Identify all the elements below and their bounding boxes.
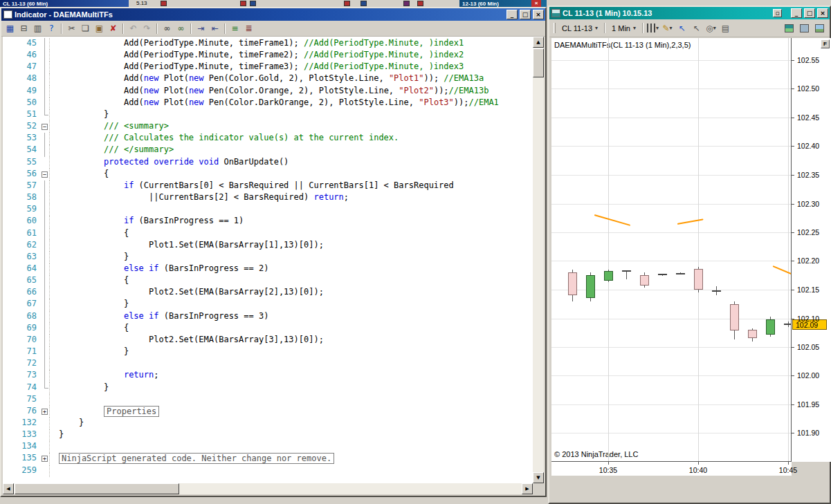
vertical-scrollbar[interactable]: ▲ ▼ (533, 37, 544, 483)
image-icon[interactable] (813, 22, 826, 35)
chevron-down-icon: ▾ (656, 25, 659, 31)
chart-style-icon[interactable] (783, 22, 796, 35)
price-tick (792, 433, 794, 433)
code-line: 64 else if (BarsInProgress == 2) (3, 263, 533, 275)
price-axis[interactable]: F 102.09 102.55102.50102.45102.40102.351… (792, 38, 831, 462)
editor-minimize-button[interactable]: _ (506, 10, 518, 19)
chart-window-icon (551, 9, 560, 17)
outdent-icon[interactable]: ⇤ (208, 22, 221, 35)
chart-window-title: CL 11-13 (1 Min) 10.15.13 (563, 9, 771, 17)
time-label: 10:45 (773, 466, 803, 474)
editor-close-button[interactable]: × (533, 10, 544, 19)
snapshot-icon[interactable] (798, 22, 811, 35)
fold-margin (40, 287, 50, 299)
interval-dropdown[interactable]: 1 Min ▾ (608, 23, 639, 34)
time-axis[interactable]: 10:3510:4010:45 (551, 462, 792, 476)
find-icon[interactable]: ∞ (161, 22, 174, 35)
horizontal-scrollbar[interactable]: ◀ ▶ (3, 483, 533, 494)
cursor-add-icon[interactable]: ↖ (675, 22, 688, 35)
chart-pin-button[interactable]: ▫ (773, 9, 782, 17)
scroll-up-button[interactable]: ▲ (533, 37, 544, 48)
editor-maximize-button[interactable]: □ (520, 10, 531, 19)
toolbar-grip[interactable] (554, 23, 556, 33)
code-line: 56− { (3, 169, 533, 180)
print-icon[interactable]: ⊟ (17, 22, 30, 35)
fold-margin (40, 263, 50, 275)
chart-close-button[interactable]: × (817, 8, 828, 18)
background-price-fragment: 5.13 (136, 0, 147, 6)
redo-icon[interactable]: ↷ (140, 22, 154, 35)
background-icon-fragment (240, 1, 246, 6)
fold-margin (40, 418, 50, 429)
chart-titlebar[interactable]: CL 11-13 (1 Min) 10.15.13 ▫ _ □ × (549, 7, 830, 19)
indicator-label: DAEMAMultiTFs(CL 11-13 (1 Min),2,3,5) (554, 41, 691, 49)
indent-icon[interactable]: ⇥ (194, 22, 208, 35)
background-icon-fragment (360, 1, 367, 6)
draw-icon[interactable]: ✎▾ (661, 22, 674, 35)
collapsed-region[interactable]: Properties (104, 406, 159, 417)
code-editor[interactable]: 45 Add(PeriodType.Minute, timeFrame1); /… (3, 37, 544, 494)
code-text: if (BarsInProgress == 1) (50, 216, 533, 227)
chart-plot[interactable]: DAEMAMultiTFs(CL 11-13 (1 Min),2,3,5) © … (551, 38, 792, 462)
price-label: 102.35 (797, 171, 819, 179)
help-icon[interactable]: ? (45, 22, 58, 35)
instrument-dropdown[interactable]: CL 11-13 ▾ (558, 23, 601, 34)
chart-window: CL 11-13 (1 Min) 10.15.13 ▫ _ □ × CL 11-… (548, 6, 831, 504)
copy-icon[interactable]: ❏ (79, 22, 92, 35)
fold-margin (40, 109, 50, 121)
chart-maximize-button[interactable]: □ (804, 8, 815, 18)
bar-type-icon[interactable]: ▾ (646, 22, 659, 35)
scroll-left-button[interactable]: ◀ (3, 483, 14, 494)
fold-margin (40, 429, 50, 441)
candle-body (604, 271, 613, 281)
code-text: /// Calculates the indicator value(s) at… (50, 133, 533, 144)
select-icon[interactable]: ◎▾ (704, 22, 718, 35)
expand-region-box[interactable]: + (42, 409, 48, 415)
fragment-close-button[interactable]: × (531, 0, 541, 7)
cut-icon[interactable]: ✂ (65, 22, 78, 35)
code-text: ||CurrentBars[2] < BarsRequired) return; (50, 192, 533, 204)
code-text: Plot2.Set(EMA(BarsArray[2],13)[0]); (50, 287, 533, 299)
line-number: 259 (17, 465, 40, 477)
fold-margin (40, 157, 50, 169)
code-line: 68 else if (BarsInProgress == 3) (3, 311, 533, 323)
collapsed-region[interactable]: NinjaScript generated code. Neither chan… (59, 453, 334, 464)
chart-minimize-button[interactable]: _ (791, 8, 802, 18)
ema-segment (594, 214, 631, 226)
line-number: 61 (17, 228, 40, 240)
editor-titlebar[interactable]: Indicator - DAEMAMultiTFs _ □ × (1, 8, 545, 21)
expand-region-box[interactable]: + (42, 456, 48, 462)
code-text: Add(PeriodType.Minute, timeFrame1); //Ad… (50, 38, 533, 50)
code-line: 46 Add(PeriodType.Minute, timeFrame2); /… (3, 50, 533, 62)
collapse-region-box[interactable]: − (42, 171, 48, 178)
fold-margin (40, 335, 50, 346)
cursor-icon[interactable]: ↖ (690, 22, 703, 35)
code-line: 134 (3, 441, 533, 453)
scroll-down-button[interactable]: ▼ (533, 472, 544, 483)
focus-button[interactable]: F (821, 39, 830, 48)
find-in-files-icon[interactable]: ∞ (174, 22, 188, 35)
uncomment-icon[interactable]: ≣ (242, 22, 255, 35)
collapse-region-box[interactable]: − (42, 124, 48, 130)
chevron-down-icon: ▾ (713, 25, 716, 31)
code-text: { (50, 323, 533, 335)
price-label: 101.90 (797, 429, 819, 437)
fold-margin: + (40, 453, 50, 465)
delete-icon[interactable]: ✘ (107, 22, 120, 35)
code-line: 62 Plot1.Set(EMA(BarsArray[1],13)[0]); (3, 240, 533, 252)
undo-icon[interactable]: ↶ (127, 22, 140, 35)
paste-icon[interactable]: ▣ (93, 22, 106, 35)
code-lines[interactable]: 45 Add(PeriodType.Minute, timeFrame1); /… (3, 37, 533, 483)
screen: CL 11-13 (60 Min) 5.13 12-13 (60 Min) × … (0, 0, 831, 504)
print-preview-icon[interactable]: ▥ (31, 22, 44, 35)
scroll-right-button[interactable]: ▶ (522, 483, 533, 494)
comment-icon[interactable]: ≡ (228, 22, 241, 35)
vertical-scroll-thumb[interactable] (533, 48, 544, 77)
price-label: 102.50 (797, 84, 819, 93)
line-number: 48 (17, 73, 40, 85)
fold-margin (40, 323, 50, 335)
report-icon[interactable]: ▤ (719, 22, 732, 35)
horizontal-scroll-thumb[interactable] (15, 483, 179, 494)
save-icon[interactable]: ▦ (3, 22, 17, 35)
code-text (50, 394, 533, 406)
